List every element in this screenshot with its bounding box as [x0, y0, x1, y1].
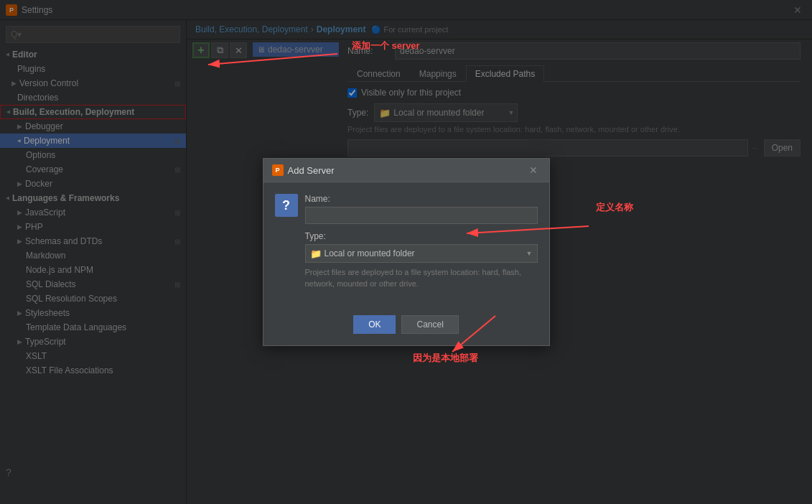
modal-app-icon: P: [272, 164, 284, 176]
modal-overlay: P Add Server ✕ ? Name: Type: 📁: [0, 0, 812, 504]
add-server-modal: P Add Server ✕ ? Name: Type: 📁: [263, 158, 550, 346]
modal-ok-button[interactable]: OK: [353, 315, 396, 334]
modal-name-input[interactable]: [305, 207, 538, 224]
modal-type-hint: Project files are deployed to a file sys…: [305, 267, 538, 289]
modal-body: ? Name: Type: 📁 Local or mounted folder …: [263, 182, 549, 309]
modal-cancel-button[interactable]: Cancel: [401, 315, 458, 334]
modal-type-select[interactable]: 📁 Local or mounted folder ▼: [305, 244, 538, 263]
modal-type-select-wrapper: 📁 Local or mounted folder ▼: [305, 244, 538, 263]
modal-title-bar: P Add Server ✕: [263, 159, 549, 182]
modal-type-value: Local or mounted folder: [325, 248, 523, 258]
modal-name-label: Name:: [305, 194, 538, 204]
modal-content: Name: Type: 📁 Local or mounted folder ▼ …: [305, 194, 538, 298]
modal-footer: OK Cancel: [263, 309, 549, 345]
modal-type-label: Type:: [305, 231, 538, 241]
modal-dropdown-arrow-icon: ▼: [526, 250, 533, 257]
modal-question-icon: ?: [275, 194, 298, 217]
modal-folder-icon: 📁: [310, 248, 322, 259]
modal-close-button[interactable]: ✕: [526, 163, 541, 177]
modal-title: Add Server: [288, 165, 526, 176]
